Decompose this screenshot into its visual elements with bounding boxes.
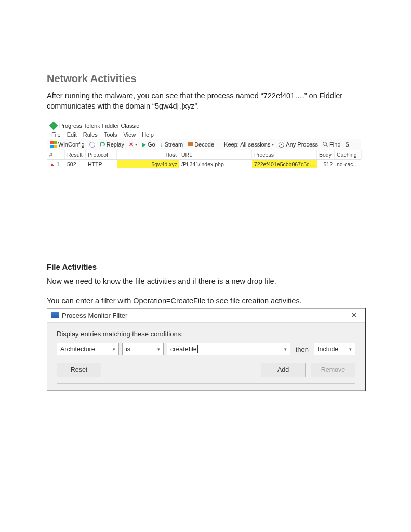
session-row[interactable]: ▲ 1 502 HTTP 5gw4d.xyz /PL341/index.php … <box>47 160 361 168</box>
fiddler-logo-icon <box>49 122 58 130</box>
add-button[interactable]: Add <box>261 363 306 377</box>
save-button[interactable]: S <box>344 141 350 148</box>
col-body[interactable]: Body <box>317 150 335 159</box>
section-title-network: Network Activities <box>47 73 364 85</box>
then-label: then <box>294 345 311 353</box>
target-icon <box>279 142 284 148</box>
cell-host: 5gw4d.xyz <box>117 160 179 168</box>
value-input-text: createfile <box>170 345 198 353</box>
section2-paragraph1: Now we need to know the file activities … <box>47 276 364 287</box>
fiddler-toolbar: WinConfig Replay ✕▾ ▶ Go ↓ Stream Decode <box>47 139 361 150</box>
col-protocol[interactable]: Protocol <box>86 150 117 159</box>
decode-button[interactable]: Decode <box>187 141 215 148</box>
section1-paragraph: After running the malware, you can see t… <box>47 91 364 111</box>
cell-process: 722ef401e5cbb067c5c3… <box>252 160 317 168</box>
bubble-icon <box>89 142 95 148</box>
fiddler-menu-bar: File Edit Rules Tools View Help <box>47 130 361 139</box>
fiddler-empty-area <box>47 168 361 231</box>
find-button[interactable]: Find <box>322 141 341 148</box>
dialog-button-row: Reset Add Remove <box>57 363 355 377</box>
menu-file[interactable]: File <box>51 131 61 138</box>
go-button[interactable]: ▶ Go <box>141 141 156 148</box>
column-select-value: Architecture <box>60 345 95 353</box>
col-url[interactable]: URL <box>179 150 252 159</box>
col-result[interactable]: Result <box>65 150 86 159</box>
replay-icon <box>100 142 105 147</box>
action-select-value: Include <box>317 345 338 353</box>
chevron-down-icon: ▾ <box>157 347 160 352</box>
procmon-filter-dialog: Process Monitor Filter ✕ Display entries… <box>47 308 365 391</box>
menu-help[interactable]: Help <box>142 131 154 138</box>
decode-label: Decode <box>194 141 214 148</box>
x-icon: ✕ <box>129 141 134 148</box>
play-icon: ▶ <box>142 141 146 148</box>
winconfig-label: WinConfig <box>58 141 85 148</box>
stream-button[interactable]: ↓ Stream <box>159 141 184 148</box>
col-num[interactable]: # <box>47 150 65 159</box>
grid-icon <box>188 142 193 147</box>
cell-url: /PL341/index.php <box>179 160 252 168</box>
anyprocess-label: Any Process <box>286 141 318 148</box>
menu-edit[interactable]: Edit <box>67 131 77 138</box>
col-caching[interactable]: Caching <box>335 150 362 159</box>
col-host[interactable]: Host <box>117 150 179 159</box>
stream-label: Stream <box>165 141 183 148</box>
dialog-separator <box>57 383 355 384</box>
windows-icon <box>50 141 57 148</box>
remove-button[interactable]: Remove <box>311 363 355 377</box>
filter-row: Architecture ▾ is ▾ createfile ▾ then In… <box>57 343 355 355</box>
remove-button[interactable]: ✕▾ <box>128 141 138 148</box>
separator <box>219 141 219 148</box>
replay-label: Replay <box>107 141 124 148</box>
fiddler-grid-header: # Result Protocol Host URL Process Body … <box>47 150 361 160</box>
cell-body: 512 <box>317 160 335 168</box>
procmon-icon <box>51 312 59 318</box>
caret-icon: ▾ <box>135 142 137 147</box>
cell-caching: no-cac.. <box>335 160 362 168</box>
menu-rules[interactable]: Rules <box>83 131 98 138</box>
column-select[interactable]: Architecture ▾ <box>57 343 119 355</box>
fiddler-window: Progress Telerik Fiddler Classic File Ed… <box>47 121 361 231</box>
replay-button[interactable]: Replay <box>99 141 125 148</box>
action-select[interactable]: Include ▾ <box>314 343 355 355</box>
cell-result: 502 <box>65 160 86 168</box>
stream-icon: ↓ <box>160 141 163 148</box>
find-label: Find <box>329 141 340 148</box>
close-button[interactable]: ✕ <box>348 311 361 320</box>
fiddler-titlebar: Progress Telerik Fiddler Classic <box>47 121 361 130</box>
dialog-title: Process Monitor Filter <box>62 312 127 320</box>
section2-paragraph2: You can enter a filter with Operation=Cr… <box>47 296 364 307</box>
chevron-down-icon: ▾ <box>113 347 115 352</box>
cell-protocol: HTTP <box>86 160 117 168</box>
chevron-down-icon: ▾ <box>284 347 287 352</box>
conditions-label: Display entries matching these condition… <box>57 330 355 338</box>
cell-num-value: 1 <box>57 161 60 167</box>
winconfig-button[interactable]: WinConfig <box>49 141 86 148</box>
cell-num: ▲ 1 <box>47 160 65 168</box>
comment-button[interactable] <box>88 142 96 148</box>
warning-icon: ▲ <box>49 161 55 167</box>
col-process[interactable]: Process <box>252 150 317 159</box>
operator-select-value: is <box>126 345 130 353</box>
keep-sessions-dropdown[interactable]: Keep: All sessions ▾ <box>223 141 275 148</box>
dialog-titlebar: Process Monitor Filter ✕ <box>47 309 365 323</box>
value-input[interactable]: createfile ▾ <box>167 343 290 355</box>
operator-select[interactable]: is ▾ <box>122 343 164 355</box>
reset-button[interactable]: Reset <box>57 363 101 377</box>
magnifier-icon <box>323 142 328 147</box>
keep-label: Keep: All sessions <box>224 141 270 148</box>
chevron-down-icon: ▾ <box>349 347 352 352</box>
save-label: S <box>346 141 349 148</box>
menu-tools[interactable]: Tools <box>104 131 117 138</box>
fiddler-title-text: Progress Telerik Fiddler Classic <box>59 123 139 129</box>
caret-icon: ▾ <box>272 142 274 147</box>
go-label: Go <box>148 141 155 148</box>
section-title-file: File Activities <box>47 262 364 271</box>
menu-view[interactable]: View <box>124 131 136 138</box>
anyprocess-button[interactable]: Any Process <box>277 141 319 148</box>
